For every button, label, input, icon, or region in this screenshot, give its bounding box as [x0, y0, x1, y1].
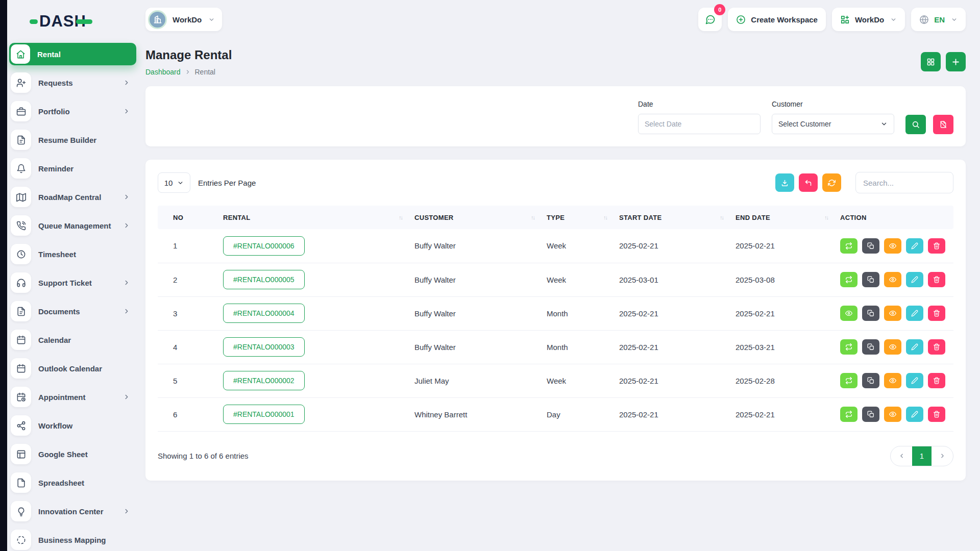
language-selector[interactable]: EN — [911, 8, 966, 31]
rental-id-link[interactable]: #RENTALO000003 — [223, 337, 305, 357]
convert-button[interactable] — [840, 272, 857, 287]
duplicate-button[interactable] — [862, 272, 879, 287]
delete-button[interactable] — [928, 373, 945, 388]
end-date-cell: 2025-03-08 — [726, 263, 831, 296]
edit-button[interactable] — [906, 339, 923, 355]
column-header-end-date[interactable]: END DATE↑↓ — [726, 206, 831, 229]
rental-id-link[interactable]: #RENTALO000005 — [223, 270, 305, 289]
date-filter-input[interactable] — [638, 114, 761, 134]
rental-id-link[interactable]: #RENTALO000001 — [223, 405, 305, 424]
sidebar-item-appointment[interactable]: Appointment — [9, 386, 136, 408]
workspace-switcher[interactable]: WorkDo — [145, 8, 222, 31]
delete-button[interactable] — [928, 238, 945, 254]
apps-menu-button[interactable]: WorkDo — [832, 8, 905, 31]
rental-id-link[interactable]: #RENTALO000002 — [223, 371, 305, 390]
view-button[interactable] — [884, 306, 901, 321]
edit-button[interactable] — [906, 373, 923, 388]
sidebar-item-roadmap-central[interactable]: RoadMap Central — [9, 186, 136, 208]
export-button[interactable] — [775, 173, 794, 192]
eye-icon — [889, 343, 896, 350]
calendar-clock-icon — [11, 387, 31, 407]
add-rental-button[interactable] — [946, 52, 966, 71]
edit-button[interactable] — [906, 407, 923, 422]
convert-button[interactable] — [840, 339, 857, 355]
row-actions — [840, 238, 953, 254]
sidebar-item-label: Queue Management — [38, 221, 116, 230]
table-search-input[interactable] — [855, 172, 953, 193]
column-header-no: NO — [158, 206, 214, 229]
delete-button[interactable] — [928, 407, 945, 422]
preview-button[interactable] — [840, 306, 857, 321]
duplicate-button[interactable] — [862, 373, 879, 388]
sidebar-item-queue-management[interactable]: Queue Management — [9, 214, 136, 237]
messages-button[interactable]: 0 — [698, 8, 722, 31]
duplicate-button[interactable] — [862, 306, 879, 321]
start-date-cell: 2025-02-21 — [610, 364, 726, 397]
refresh-button[interactable] — [822, 173, 841, 192]
sidebar-item-requests[interactable]: Requests — [9, 71, 136, 94]
convert-button[interactable] — [840, 373, 857, 388]
edit-button[interactable] — [906, 238, 923, 254]
view-button[interactable] — [884, 407, 901, 422]
sidebar-item-portfolio[interactable]: Portfolio — [9, 100, 136, 122]
column-header-customer[interactable]: CUSTOMER↑↓ — [405, 206, 537, 229]
brand-logo[interactable]: DASH — [30, 7, 136, 36]
sidebar-item-google-sheet[interactable]: Google Sheet — [9, 443, 136, 465]
previous-page-button[interactable] — [891, 446, 912, 466]
app-root: DASH Rental Requests Portfolio Resume Bu… — [0, 0, 980, 551]
delete-button[interactable] — [928, 306, 945, 321]
sidebar-item-timesheet[interactable]: Timesheet — [9, 243, 136, 265]
sidebar-item-business-mapping[interactable]: Business Mapping — [9, 529, 136, 551]
rental-id-link[interactable]: #RENTALO000004 — [223, 304, 305, 323]
view-button[interactable] — [884, 373, 901, 388]
undo-button[interactable] — [799, 173, 818, 192]
grid-view-button[interactable] — [921, 52, 941, 71]
clear-filter-button[interactable] — [933, 115, 953, 134]
sidebar-item-calendar[interactable]: Calendar — [9, 329, 136, 351]
entries-per-page-select[interactable]: 10 — [158, 172, 190, 193]
column-header-start-date[interactable]: START DATE↑↓ — [610, 206, 726, 229]
customer-filter-select[interactable]: Select Customer — [772, 114, 894, 134]
sidebar-item-support-ticket[interactable]: Support Ticket — [9, 271, 136, 294]
page-title: Manage Rental — [145, 48, 232, 62]
logo-dash-right — [76, 19, 92, 24]
create-workspace-button[interactable]: Create Workspace — [728, 8, 826, 31]
view-button[interactable] — [884, 272, 901, 287]
duplicate-button[interactable] — [862, 407, 879, 422]
sidebar-item-spreadsheet[interactable]: Spreadsheet — [9, 471, 136, 494]
sidebar-item-rental[interactable]: Rental — [9, 43, 136, 65]
row-number: 1 — [158, 229, 214, 263]
sidebar-item-label: Innovation Center — [38, 507, 116, 516]
table-row: 1 #RENTALO000006 Buffy Walter Week 2025-… — [158, 229, 953, 263]
column-header-type[interactable]: TYPE↑↓ — [537, 206, 610, 229]
file-icon — [11, 472, 31, 493]
breadcrumb-dashboard-link[interactable]: Dashboard — [145, 68, 181, 76]
sidebar-item-documents[interactable]: Documents — [9, 300, 136, 322]
current-page[interactable]: 1 — [912, 446, 932, 466]
view-button[interactable] — [884, 339, 901, 355]
edit-button[interactable] — [906, 272, 923, 287]
duplicate-button[interactable] — [862, 238, 879, 254]
start-date-cell: 2025-02-21 — [610, 229, 726, 263]
trash-icon — [933, 242, 940, 249]
type-cell: Day — [537, 397, 610, 431]
sidebar-item-workflow[interactable]: Workflow — [9, 414, 136, 437]
delete-button[interactable] — [928, 272, 945, 287]
view-button[interactable] — [884, 238, 901, 254]
column-header-rental[interactable]: RENTAL↑↓ — [214, 206, 405, 229]
convert-button[interactable] — [840, 238, 857, 254]
chevron-right-icon — [939, 453, 946, 459]
edit-button[interactable] — [906, 306, 923, 321]
next-page-button[interactable] — [932, 446, 953, 466]
sidebar-item-label: Requests — [38, 79, 116, 87]
apply-filter-button[interactable] — [905, 115, 926, 134]
sidebar-item-reminder[interactable]: Reminder — [9, 157, 136, 180]
delete-button[interactable] — [928, 339, 945, 355]
duplicate-button[interactable] — [862, 339, 879, 355]
rental-id-link[interactable]: #RENTALO000006 — [223, 236, 305, 256]
sidebar-item-innovation-center[interactable]: Innovation Center — [9, 500, 136, 522]
convert-button[interactable] — [840, 407, 857, 422]
sidebar-item-outlook-calendar[interactable]: Outlook Calendar — [9, 357, 136, 380]
pencil-icon — [911, 242, 918, 249]
sidebar-item-resume-builder[interactable]: Resume Builder — [9, 129, 136, 151]
